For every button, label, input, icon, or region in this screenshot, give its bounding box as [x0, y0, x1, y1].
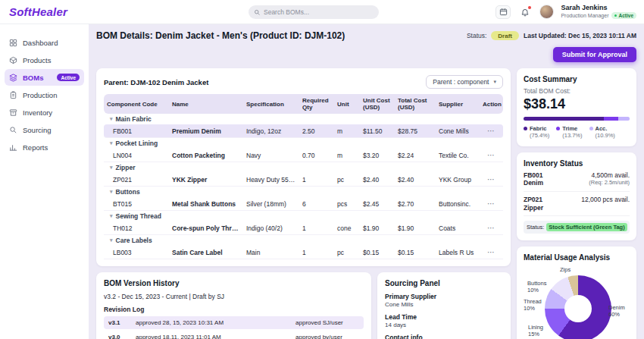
inventory-requirement: (Req: 2.5m/unit) [589, 179, 630, 186]
sidebar-item-boms[interactable]: BOMs Active [5, 69, 84, 86]
main-content: BOM Details: Denim Jacket - Men's (Produ… [89, 24, 644, 339]
chevron-down-icon: ▾ [110, 189, 113, 195]
cost-legend-dot [556, 127, 560, 130]
inventory-status-card: Inventory Status FB001 Denim 4,500m avai… [517, 152, 636, 241]
sidebar-item-label: Production [23, 91, 57, 99]
revision-log-row[interactable]: v3.0 approved 18,11, 2023 11:01 AM appro… [104, 331, 364, 339]
sidebar-item-reports[interactable]: Reports [5, 139, 84, 155]
cell-qty: 1 [299, 224, 334, 232]
table-row[interactable]: ZP021 YKK Zipper Heavy Duty 55cm 1 pc $2… [104, 173, 503, 187]
row-actions-button[interactable]: ⋯ [480, 175, 503, 184]
column-header: Action [480, 94, 505, 114]
bom-group-label: Zipper [116, 164, 136, 171]
cell-supplier: Textile Co. [436, 152, 480, 159]
cell-name: Core-spun Poly Thread [169, 224, 243, 232]
table-row[interactable]: LN004 Cotton Packeting Navy 0.70 m $3.20… [104, 149, 503, 162]
search-bar[interactable] [249, 5, 379, 19]
column-header: Total Cost (USD) [395, 94, 436, 114]
bom-group-row[interactable]: ▾ Zipper [104, 162, 503, 173]
revision-log-row[interactable]: v3.1 approved 28, 15, 2023 10:31 AM appr… [104, 316, 364, 329]
bom-group-label: Care Labels [116, 237, 152, 244]
donut-label-denim: Denim60% [608, 304, 625, 318]
cell-unit-cost: $2.45 [360, 200, 395, 208]
sidebar-item-dashboard[interactable]: Dashboard [5, 34, 84, 51]
table-row[interactable]: LB003 Satin Care Label Main 1 pc $0.15 $… [104, 246, 503, 259]
row-actions-button[interactable]: ⋯ [480, 151, 503, 159]
legend-pct: (10.9%) [589, 132, 615, 139]
cell-unit-cost: $11.50 [360, 127, 395, 135]
cell-code: LB003 [104, 249, 169, 256]
view-mode-dropdown[interactable]: Parent : component ▾ [426, 75, 503, 89]
cell-supplier: Labels R Us [436, 249, 480, 256]
cell-name: Cotton Packeting [169, 152, 243, 159]
search-input[interactable] [264, 8, 370, 16]
inventory-availability: 12,000 pcs avail. [581, 196, 630, 203]
chevron-down-icon: ▾ [493, 79, 496, 85]
cell-code: ZP021 [104, 176, 169, 184]
row-actions-button[interactable]: ⋯ [480, 199, 503, 208]
notifications-button[interactable] [517, 5, 533, 19]
inventory-icon [9, 108, 17, 117]
column-header: Component Code [104, 94, 169, 114]
donut-label-lining: Lining15% [528, 324, 543, 337]
inventory-availability: 4,500m avail. [591, 171, 630, 179]
submit-for-approval-button[interactable]: Submit for Approval [553, 47, 636, 62]
reports-icon [9, 143, 17, 152]
sidebar-item-sourcing[interactable]: Sourcing [5, 121, 84, 138]
table-row[interactable]: BT015 Metal Shank Buttons Silver (18mm) … [104, 197, 503, 211]
cost-legend-dot [524, 127, 527, 130]
total-bom-cost-label: Total BOM Cost: [524, 87, 630, 95]
legend-pct: (13.7%) [556, 132, 582, 139]
cell-spec: Silver (18mm) [243, 200, 299, 208]
cell-unit: pc [334, 249, 360, 256]
table-row[interactable]: FB001 Premium Denim Indigo, 12oz 2.50 m … [104, 124, 503, 138]
sidebar-item-products[interactable]: Products [5, 52, 84, 68]
sidebar-item-label: Inventory [23, 108, 52, 117]
calendar-icon [499, 8, 508, 16]
bom-group-row[interactable]: ▾ Pocket Lining [104, 138, 503, 149]
bom-table-card: Parent: DJM-102 Denim Jacket Parent : co… [96, 68, 511, 266]
revision-version: v3.0 [108, 334, 136, 339]
cell-code: TH012 [104, 224, 169, 232]
row-actions-button[interactable]: ⋯ [480, 248, 503, 256]
cell-supplier: YKK Group [436, 176, 480, 184]
last-updated: Last Updated: Dec 15, 2023 10:11 AM [524, 32, 636, 39]
row-actions-button[interactable]: ⋯ [480, 127, 503, 135]
sidebar-item-label: BOMs [23, 74, 43, 82]
revision-version: v3.1 [108, 319, 136, 326]
calendar-button[interactable] [496, 5, 511, 19]
bom-group-label: Main Fabric [116, 115, 152, 123]
sourcing-panel-title: Sourcing Panel [385, 279, 503, 287]
bom-group-label: Sewing Thread [116, 212, 161, 220]
cost-bar-segment [604, 117, 618, 121]
row-actions-button[interactable]: ⋯ [480, 224, 503, 232]
legend-name: Trime [562, 125, 577, 132]
sidebar-item-label: Sourcing [23, 126, 52, 134]
cell-total-cost: $2.24 [395, 152, 436, 159]
sidebar-item-inventory[interactable]: Inventory [5, 104, 84, 121]
cell-code: LN004 [104, 152, 169, 159]
cell-spec: Indigo, 12oz [243, 127, 299, 135]
notification-dot [528, 6, 531, 9]
cell-unit: pcs [334, 200, 360, 208]
cell-total-cost: $2.40 [395, 176, 436, 184]
revision-log-title: Revision Log [104, 306, 364, 313]
legend-name: Fabric [530, 125, 547, 132]
status-dot [614, 14, 617, 17]
column-header: Name [169, 94, 243, 114]
table-row[interactable]: TH012 Core-spun Poly Thread Indigo (40/2… [104, 221, 503, 235]
cell-spec: Indigo (40/2) [243, 224, 299, 232]
avatar[interactable] [539, 5, 554, 19]
bom-group-row[interactable]: ▾ Main Fabric [104, 114, 503, 124]
total-bom-cost-value: $38.14 [524, 96, 630, 112]
app-logo[interactable]: SoftHealer [0, 5, 67, 18]
sourcing-panel-card: Sourcing Panel Primary Supplier Cone Mil… [377, 272, 511, 339]
user-meta: Sarah Jenkins Production Manager Active [561, 5, 636, 19]
bom-group-row[interactable]: ▾ Buttons [104, 187, 503, 197]
sidebar-item-production[interactable]: Production [5, 86, 84, 103]
bom-group-row[interactable]: ▾ Care Labels [104, 235, 503, 246]
inventory-status-label: Status: [527, 224, 544, 231]
column-header: Supplier [436, 94, 480, 114]
cost-summary-title: Cost Summary [524, 75, 630, 83]
bom-group-row[interactable]: ▾ Sewing Thread [104, 211, 503, 221]
